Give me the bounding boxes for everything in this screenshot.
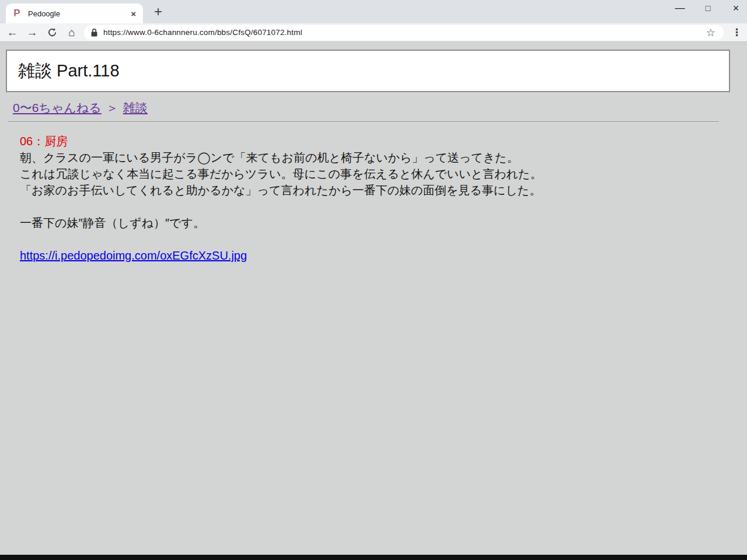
window-close-button[interactable]: ×	[731, 2, 741, 14]
window-maximize-button[interactable]: □	[703, 2, 713, 14]
browser-toolbar: ← → ⌂ https://www.0-6channneru.com/bbs/C…	[0, 23, 747, 42]
reload-icon[interactable]	[46, 27, 58, 37]
tab-close-icon[interactable]: ×	[130, 9, 137, 19]
thread-title-box: 雑談 Part.118	[6, 50, 730, 92]
post-text-line: 「お家のお手伝いしてくれると助かるかな」って言われたから一番下の妹の面倒を見る事…	[20, 182, 662, 198]
post-text-line: 朝、クラスの一軍にいる男子がラ◯ンで「来てもお前の机と椅子ないから」って送ってき…	[20, 149, 662, 166]
page-content: 雑談 Part.118 0〜6ちゃんねる＞雑談 06：厨房 朝、クラスの一軍にい…	[0, 43, 747, 555]
image-link[interactable]: https://i.pedopedoimg.com/oxEGfcXzSU.jpg	[20, 249, 247, 262]
breadcrumb-separator: ＞	[106, 101, 118, 114]
window-controls: — □ ×	[675, 0, 741, 15]
nav-icons: ← → ⌂	[0, 26, 78, 39]
thread-title: 雑談 Part.118	[18, 60, 120, 83]
tab-strip: P Pedoogle × + — □ ×	[0, 0, 747, 23]
post-text-line-blank	[20, 198, 662, 215]
divider	[8, 121, 719, 123]
breadcrumb: 0〜6ちゃんねる＞雑談	[13, 100, 148, 116]
browser-menu-icon[interactable]: ⋮	[732, 26, 741, 38]
bookmark-star-icon[interactable]: ☆	[704, 26, 718, 39]
pedoogle-favicon-icon: P	[12, 8, 22, 19]
breadcrumb-category-link[interactable]: 雑談	[123, 101, 148, 114]
url-bar[interactable]: https://www.0-6channneru.com/bbs/CfsQ/60…	[84, 25, 724, 40]
bottom-edge	[0, 555, 747, 560]
breadcrumb-site-link[interactable]: 0〜6ちゃんねる	[13, 101, 102, 114]
new-tab-button[interactable]: +	[149, 3, 167, 20]
lock-icon[interactable]	[91, 29, 97, 37]
post-number-name: 06：厨房	[20, 133, 662, 149]
back-icon[interactable]: ←	[6, 26, 19, 39]
tab-title: Pedoogle	[28, 9, 130, 18]
post-text-line-blank	[20, 231, 662, 247]
url-text[interactable]: https://www.0-6channneru.com/bbs/CfsQ/60…	[103, 28, 704, 37]
post-text-line: 一番下の妹″静音（しずね）″です。	[20, 215, 662, 231]
window-minimize-button[interactable]: —	[675, 2, 685, 14]
post: 06：厨房 朝、クラスの一軍にいる男子がラ◯ンで「来てもお前の机と椅子ないから」…	[20, 133, 662, 265]
post-link-row: https://i.pedopedoimg.com/oxEGfcXzSU.jpg	[20, 247, 662, 265]
forward-icon[interactable]: →	[26, 26, 39, 39]
post-text-line: これは冗談じゃなく本当に起こる事だからツラい。母にこの事を伝えると休んでいいと言…	[20, 166, 662, 182]
browser-tab[interactable]: P Pedoogle ×	[6, 4, 143, 23]
home-icon[interactable]: ⌂	[65, 26, 78, 39]
